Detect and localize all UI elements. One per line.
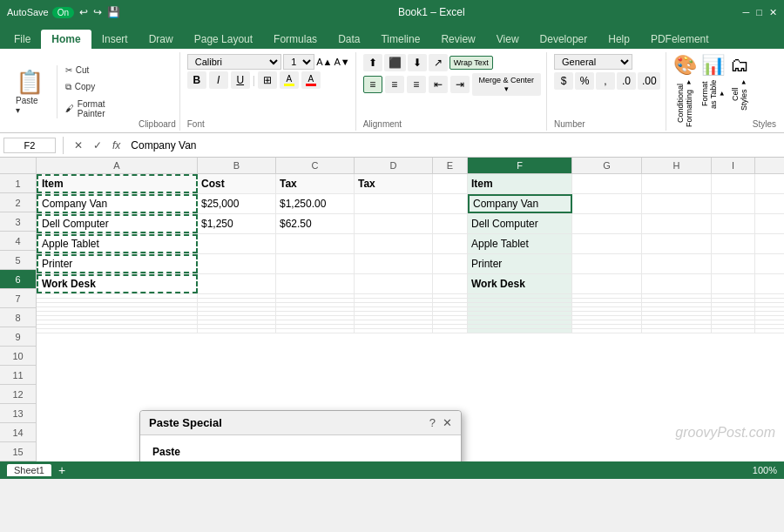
- tab-developer[interactable]: Developer: [530, 30, 598, 49]
- format-as-table-button[interactable]: 📊 Format as Table ▾: [700, 54, 727, 111]
- cell-i5[interactable]: [712, 254, 755, 273]
- tab-file[interactable]: File: [3, 30, 41, 49]
- insert-function-icon[interactable]: fx: [109, 138, 124, 153]
- cell-i2[interactable]: [712, 194, 755, 213]
- row-header-8[interactable]: 8: [0, 308, 37, 327]
- fill-color-button[interactable]: A: [280, 71, 299, 89]
- row-header-15[interactable]: 15: [0, 442, 37, 461]
- row-header-7[interactable]: 7: [0, 289, 37, 308]
- col-header-a[interactable]: A: [37, 158, 198, 173]
- align-top-button[interactable]: ⬆: [363, 54, 382, 71]
- cell-f5[interactable]: Printer: [468, 254, 572, 273]
- decrease-decimal-button[interactable]: .0: [617, 72, 636, 90]
- redo-icon[interactable]: ↪: [93, 6, 102, 18]
- autosave-toggle[interactable]: On: [52, 7, 74, 18]
- cancel-formula-icon[interactable]: ✕: [71, 138, 86, 153]
- number-format-select[interactable]: General: [554, 54, 632, 70]
- align-center-button[interactable]: ≡: [385, 76, 404, 93]
- cut-button[interactable]: ✂Cut: [61, 63, 139, 77]
- undo-icon[interactable]: ↩: [79, 6, 88, 18]
- cell-d6[interactable]: [355, 274, 433, 293]
- decrease-font-btn[interactable]: A▼: [334, 57, 349, 67]
- cell-a7[interactable]: [37, 294, 198, 298]
- dialog-help-icon[interactable]: ?: [429, 416, 436, 429]
- cell-f2[interactable]: Company Van: [468, 194, 572, 213]
- confirm-formula-icon[interactable]: ✓: [90, 138, 105, 153]
- tab-review[interactable]: Review: [430, 30, 485, 49]
- col-header-b[interactable]: B: [198, 158, 276, 173]
- tab-help[interactable]: Help: [598, 30, 640, 49]
- increase-indent-button[interactable]: ⇥: [450, 76, 470, 93]
- cell-a4[interactable]: Apple Tablet: [37, 234, 198, 253]
- cell-h3[interactable]: [642, 214, 712, 233]
- close-btn[interactable]: ✕: [769, 7, 777, 18]
- tab-pdfelement[interactable]: PDFelement: [640, 30, 720, 49]
- cell-d4[interactable]: [355, 234, 433, 253]
- cell-f3[interactable]: Dell Computer: [468, 214, 572, 233]
- cell-a2[interactable]: Company Van: [37, 194, 198, 213]
- paste-button[interactable]: 📋 Paste ▾: [9, 65, 51, 118]
- row-header-5[interactable]: 5: [0, 251, 37, 270]
- tab-timeline[interactable]: Timeline: [370, 30, 430, 49]
- col-header-g[interactable]: G: [572, 158, 642, 173]
- col-header-d[interactable]: D: [355, 158, 433, 173]
- format-painter-button[interactable]: 🖌Format Painter: [61, 97, 139, 121]
- cell-i1[interactable]: [712, 174, 755, 193]
- cell-e2[interactable]: [433, 194, 468, 213]
- dialog-close-icon[interactable]: ✕: [443, 416, 452, 429]
- row-header-11[interactable]: 11: [0, 366, 37, 385]
- cell-e6[interactable]: [433, 274, 468, 293]
- align-left-button[interactable]: ≡: [363, 76, 382, 93]
- cell-g4[interactable]: [572, 234, 642, 253]
- cell-h2[interactable]: [642, 194, 712, 213]
- formula-input[interactable]: [127, 138, 781, 153]
- cell-g5[interactable]: [572, 254, 642, 273]
- cell-i4[interactable]: [712, 234, 755, 253]
- bold-button[interactable]: B: [187, 71, 206, 89]
- row-header-4[interactable]: 4: [0, 232, 37, 251]
- increase-font-btn[interactable]: A▲: [316, 57, 332, 67]
- font-size-select[interactable]: 11: [283, 54, 314, 70]
- cell-b5[interactable]: [198, 254, 276, 273]
- cell-g2[interactable]: [572, 194, 642, 213]
- decrease-indent-button[interactable]: ⇤: [429, 76, 448, 93]
- cell-a3[interactable]: Dell Computer: [37, 214, 198, 233]
- cell-e1[interactable]: [433, 174, 468, 193]
- cell-d5[interactable]: [355, 254, 433, 273]
- cell-a1[interactable]: Item: [37, 174, 198, 193]
- tab-pagelayout[interactable]: Page Layout: [184, 30, 263, 49]
- select-all-corner[interactable]: [0, 158, 37, 173]
- cell-e3[interactable]: [433, 214, 468, 233]
- save-icon[interactable]: 💾: [107, 6, 120, 18]
- col-header-c[interactable]: C: [276, 158, 355, 173]
- row-header-13[interactable]: 13: [0, 404, 37, 423]
- currency-button[interactable]: $: [554, 72, 573, 90]
- tab-formulas[interactable]: Formulas: [263, 30, 328, 49]
- cell-b2[interactable]: $25,000: [198, 194, 276, 213]
- sheet-tab-sheet1[interactable]: Sheet1: [7, 464, 51, 476]
- cell-f1[interactable]: Item: [468, 174, 572, 193]
- cell-f4[interactable]: Apple Tablet: [468, 234, 572, 253]
- tab-draw[interactable]: Draw: [139, 30, 184, 49]
- comma-button[interactable]: ,: [596, 72, 615, 90]
- cell-b1[interactable]: Cost: [198, 174, 276, 193]
- cell-h5[interactable]: [642, 254, 712, 273]
- cell-c3[interactable]: $62.50: [276, 214, 355, 233]
- row-header-10[interactable]: 10: [0, 347, 37, 366]
- underline-button[interactable]: U: [231, 71, 250, 89]
- cell-styles-button[interactable]: 🗂 Cell Styles ▾: [730, 54, 749, 111]
- font-color-button[interactable]: A: [301, 71, 321, 89]
- wrap-text-button[interactable]: Wrap Text: [449, 56, 493, 70]
- col-header-h[interactable]: H: [642, 158, 712, 173]
- row-header-3[interactable]: 3: [0, 212, 37, 232]
- cell-h6[interactable]: [642, 274, 712, 293]
- cell-c6[interactable]: [276, 274, 355, 293]
- font-family-select[interactable]: Calibri: [187, 54, 281, 70]
- cell-c1[interactable]: Tax: [276, 174, 355, 193]
- cell-i6[interactable]: [712, 274, 755, 293]
- col-header-i[interactable]: I: [712, 158, 755, 173]
- cell-g1[interactable]: [572, 174, 642, 193]
- row-header-9[interactable]: 9: [0, 327, 37, 347]
- row-header-1[interactable]: 1: [0, 174, 37, 193]
- cell-b4[interactable]: [198, 234, 276, 253]
